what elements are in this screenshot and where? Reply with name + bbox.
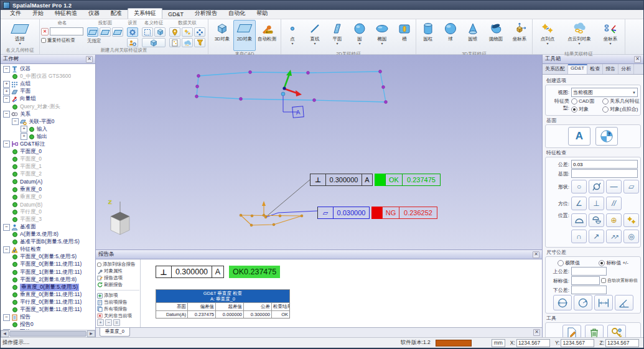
clear-name-button[interactable]: ✕ xyxy=(41,28,49,35)
select-button[interactable]: 选择 ▾ xyxy=(4,20,35,47)
datalink-doc-button[interactable] xyxy=(169,38,180,47)
menu-文件[interactable]: 文件 xyxy=(4,9,27,19)
datalink-stars-button[interactable] xyxy=(182,27,193,37)
repeat-check-checkbox[interactable] xyxy=(41,38,46,43)
nominal-cube-button[interactable] xyxy=(154,27,166,37)
tree-item[interactable]: A(测量:8,使用:8) xyxy=(1,231,95,238)
menu-自动化[interactable]: 自动化 xyxy=(223,9,251,19)
auto-detect-button[interactable]: AUTO 自动检测 xyxy=(256,20,278,51)
menu-开始[interactable]: 开始 xyxy=(27,9,49,19)
collapse-icon[interactable]: − xyxy=(3,314,10,321)
feat-ellipse-button[interactable]: 椭圆▾ xyxy=(371,20,393,51)
collapse-icon[interactable]: − xyxy=(3,111,10,118)
tab-analysis[interactable]: 分析 xyxy=(618,64,634,74)
radius-button[interactable] xyxy=(574,295,592,310)
angle-button[interactable] xyxy=(615,295,633,310)
datalink-funnel-button[interactable] xyxy=(194,38,205,47)
tree-item[interactable]: 0_中图仪器 GTS3600 xyxy=(1,73,95,80)
feat-cone-button[interactable]: 圆锥 xyxy=(462,20,484,51)
radio-relation-geometry[interactable]: 关系几何特征 xyxy=(602,98,640,105)
arc-profile-button[interactable]: ∩ xyxy=(571,230,587,243)
tree-item[interactable]: 平面度_0 xyxy=(1,156,95,163)
menu-配准[interactable]: 配准 xyxy=(105,9,128,19)
expand-icon[interactable]: + xyxy=(21,133,27,140)
datalink-cloud-button[interactable] xyxy=(182,38,193,47)
datalink-pad-button[interactable] xyxy=(194,27,205,37)
tree-item[interactable]: 平面度_3(测量:11,使用:11) xyxy=(1,306,95,314)
feat-point-button[interactable]: 点▾ xyxy=(281,20,304,51)
collapse-icon[interactable]: − xyxy=(12,118,19,125)
close-icon[interactable]: ✕ xyxy=(634,56,641,63)
tree-item[interactable]: 平面度_1 xyxy=(1,163,95,170)
tree-item[interactable]: 平面度_3 xyxy=(1,216,95,223)
tree-item[interactable]: −特征检查 xyxy=(1,246,95,253)
surface-profile-button[interactable] xyxy=(571,213,587,227)
datalink-pin-button[interactable] xyxy=(169,27,180,37)
datum-a-flag[interactable]: A xyxy=(292,106,304,118)
feat-sphere-button[interactable]: 球 xyxy=(439,20,462,51)
tree-item[interactable]: 平面度_2 xyxy=(1,170,95,178)
scroll-right-icon[interactable]: ▶ xyxy=(87,330,95,337)
nominal-big-cube-button[interactable] xyxy=(142,38,166,47)
tree-item[interactable]: +输入 xyxy=(1,126,95,133)
datum-pie-button[interactable]: ? xyxy=(595,127,618,146)
feat-line-button[interactable]: 直线▾ xyxy=(304,20,326,51)
tree-item[interactable]: −GD&T标注 xyxy=(1,141,95,148)
fcf-perpendicularity-annotation[interactable]: ⊥ 0.300000 A OK 0.237475 xyxy=(310,174,441,186)
tree-item[interactable]: Query_对象-测头 xyxy=(1,103,95,110)
menu-帮助[interactable]: 帮助 xyxy=(251,9,273,19)
tree-item[interactable]: −基准面 xyxy=(1,223,95,231)
tree-item[interactable]: +点组 xyxy=(1,80,95,88)
perpendicularity-button[interactable]: ⊥ xyxy=(589,197,604,210)
datum-input[interactable] xyxy=(571,169,638,178)
collapse-icon[interactable]: − xyxy=(3,224,10,231)
tree-item[interactable]: 平面度_0(测量:5,使用:5) xyxy=(1,253,95,261)
datum-a-button[interactable]: A xyxy=(568,127,590,146)
feat-circle-button[interactable]: 圆▾ xyxy=(348,20,371,51)
delete-button[interactable] xyxy=(585,325,604,337)
fcf-flatness-annotation[interactable]: ▱ 0.030000 NG 0.236252 xyxy=(317,207,437,219)
scroll-left-icon[interactable]: ◀ xyxy=(1,330,9,337)
tree-item[interactable]: 垂直度_0 xyxy=(1,193,95,201)
combine-report-checkbox-row[interactable]: 添加到综合报告 xyxy=(97,261,139,268)
menu-分析报告[interactable]: 分析报告 xyxy=(189,9,223,19)
nominal-value-input[interactable] xyxy=(571,276,600,285)
flatness-button[interactable]: ▱ xyxy=(623,180,639,193)
expand-icon[interactable]: + xyxy=(3,81,10,88)
result-point-to-point-button[interactable]: 点到点▾ xyxy=(534,20,561,51)
position-button[interactable]: ⊕ xyxy=(606,213,622,227)
tree-item[interactable]: +输出 xyxy=(1,133,95,141)
collapse-icon[interactable]: − xyxy=(3,66,10,73)
tree-item[interactable]: 平行度_0 xyxy=(1,208,95,216)
current-item-report-button[interactable]: 当前项报告 xyxy=(97,299,139,306)
projection-plane-button-3[interactable] xyxy=(112,27,123,37)
symmetry-points-button[interactable] xyxy=(623,213,639,227)
diameter-button[interactable] xyxy=(553,295,572,310)
result-cloud-to-object-button[interactable]: 点云到对象▾ xyxy=(561,20,597,51)
expand-icon[interactable]: + xyxy=(21,126,27,133)
collapse-icon[interactable]: − xyxy=(3,141,10,147)
tree-item[interactable]: −关系 xyxy=(1,111,95,118)
name-input[interactable] xyxy=(50,27,83,35)
tab-relation-match[interactable]: 关系匹配 xyxy=(543,64,568,74)
tree-item[interactable]: 平面度_0 xyxy=(1,148,95,156)
unit-box[interactable]: mm xyxy=(492,339,505,347)
refresh-report-button[interactable]: 刷新报告 xyxy=(97,281,139,288)
report-options-button[interactable]: 报告选项 xyxy=(97,275,139,282)
projection-plane-button-2[interactable] xyxy=(100,27,111,37)
expand-button[interactable]: + xyxy=(97,319,104,326)
menu-仪器[interactable]: 仪器 xyxy=(83,9,105,19)
tree-item[interactable]: +平面 xyxy=(1,88,95,95)
menu-关系特征[interactable]: 关系特征 xyxy=(128,8,162,19)
parallelism-button[interactable]: // xyxy=(606,197,622,210)
collapse-icon[interactable]: − xyxy=(3,246,10,253)
tab-check[interactable]: 检查 xyxy=(587,64,603,74)
radio-object[interactable]: 对象 xyxy=(571,106,600,113)
expand-icon[interactable]: + xyxy=(3,88,10,95)
close-icon[interactable]: ✕ xyxy=(533,251,539,258)
tree-item[interactable]: 报告0 xyxy=(1,321,95,328)
upper-tolerance-input[interactable] xyxy=(571,267,607,276)
lower-tolerance-input[interactable] xyxy=(571,286,607,294)
collapse-icon[interactable]: − xyxy=(3,96,10,103)
view-dropdown[interactable]: 当前视图 ▼ xyxy=(571,88,638,97)
